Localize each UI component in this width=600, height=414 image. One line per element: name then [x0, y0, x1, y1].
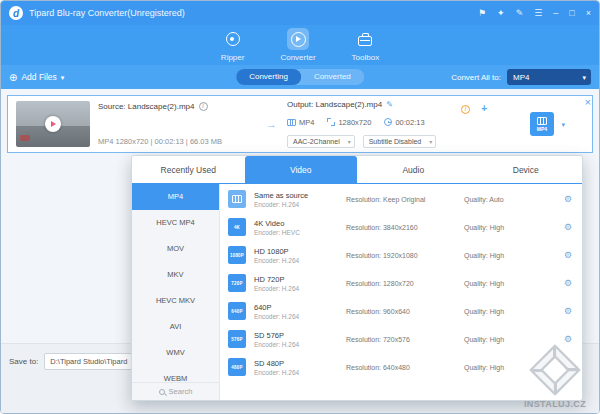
format-caret-icon[interactable]: ▾ [561, 121, 565, 128]
window-title: Tipard Blu-ray Converter(Unregistered) [29, 8, 185, 18]
format-badge-icon: 640P [228, 302, 246, 320]
tab-recently-used[interactable]: Recently Used [132, 156, 245, 183]
wand-icon[interactable]: ✦ [497, 9, 505, 18]
app-logo-icon: d [9, 6, 23, 20]
subtitle-select[interactable]: Subtitle Disabled ▾ [363, 135, 437, 148]
disc-icon [226, 32, 240, 46]
arrow-icon: → [266, 118, 277, 130]
format-option-720p[interactable]: 720P HD 720P Encoder: H.264 Resolution: … [220, 269, 582, 297]
minimize-button[interactable]: – [553, 9, 558, 18]
sub-toolbar: ⊕ Add Files ▾ Converting Converted Conve… [1, 65, 599, 89]
tab-audio[interactable]: Audio [357, 156, 470, 183]
convert-status-switch: Converting Converted [236, 69, 364, 85]
output-filename: Output: Landscape(2).mp4 [287, 100, 382, 109]
maximize-button[interactable]: □ [569, 9, 574, 18]
settings-gear-icon[interactable]: ⚙ [564, 251, 572, 260]
clock-icon [384, 118, 392, 126]
file-row[interactable]: Source: Landscape(2).mp4 i MP4 1280x720 … [7, 95, 593, 153]
format-sidebar: MP4 HEVC MP4 MOV MKV HEVC MKV AVI WMV WE… [132, 184, 220, 400]
sidebar-item-mkv[interactable]: MKV [132, 262, 219, 288]
tab-converter-label: Converter [280, 53, 315, 62]
close-button[interactable]: × [586, 9, 591, 18]
film-badge-icon [228, 190, 246, 208]
chevron-down-icon: ▾ [61, 74, 65, 81]
add-files-button[interactable]: ⊕ Add Files ▾ [9, 72, 64, 83]
toolbox-icon [358, 36, 372, 46]
audio-track-select[interactable]: AAC-2Channel ▾ [287, 135, 355, 148]
main-nav: Ripper Converter Toolbox [1, 25, 599, 65]
titlebar: d Tipard Blu-ray Converter(Unregistered)… [1, 1, 599, 25]
content-area: Source: Landscape(2).mp4 i MP4 1280x720 … [1, 89, 599, 413]
sidebar-item-avi[interactable]: AVI [132, 314, 219, 340]
output-info-icon[interactable]: i [461, 105, 470, 114]
source-meta: MP4 1280x720 | 00:02:13 | 66.03 MB [98, 137, 256, 146]
output-resolution: 1280x720 [338, 118, 371, 127]
save-to-label: Save to: [9, 357, 38, 366]
format-option-same-as-source[interactable]: Same as source Encoder: H.264 Resolution… [220, 185, 582, 213]
plus-circle-icon: ⊕ [9, 72, 17, 83]
output-format: MP4 [299, 118, 314, 127]
format-option-1080p[interactable]: 1080P HD 1080P Encoder: H.264 Resolution… [220, 241, 582, 269]
chevron-down-icon: ▾ [429, 139, 432, 145]
menu-icon[interactable]: ☰ [534, 9, 542, 18]
watermark-text: INSTALUJ.CZ [524, 399, 586, 409]
convert-all-value: MP4 [513, 73, 529, 82]
chevron-down-icon: ▾ [582, 74, 586, 81]
format-option-640p[interactable]: 640P 640P Encoder: H.264 Resolution: 960… [220, 297, 582, 325]
film-icon [537, 117, 547, 125]
app-window: d Tipard Blu-ray Converter(Unregistered)… [0, 0, 600, 414]
tab-ripper-label: Ripper [221, 53, 245, 62]
sidebar-item-wmv[interactable]: WMV [132, 340, 219, 366]
output-duration: 00:02:13 [395, 118, 424, 127]
search-box[interactable]: Search [132, 382, 219, 400]
sidebar-item-hevc-mp4[interactable]: HEVC MP4 [132, 210, 219, 236]
converting-tab[interactable]: Converting [236, 69, 301, 85]
sidebar-item-mp4[interactable]: MP4 [132, 184, 219, 210]
convert-all-label: Convert All to: [451, 73, 501, 82]
sidebar-item-mov[interactable]: MOV [132, 236, 219, 262]
feedback-pencil-icon[interactable]: ✎ [516, 9, 524, 18]
format-badge-icon: 4K [228, 218, 246, 236]
promo-flag-icon[interactable]: ⚑ [478, 9, 486, 18]
play-circle-icon [291, 32, 306, 47]
instaluj-logo [528, 343, 582, 397]
watermark: INSTALUJ.CZ [519, 343, 591, 409]
format-badge-icon: 1080P [228, 246, 246, 264]
settings-gear-icon[interactable]: ⚙ [564, 279, 572, 288]
chevron-down-icon: ▾ [348, 139, 351, 145]
tab-ripper[interactable]: Ripper [221, 28, 245, 62]
search-icon [159, 389, 165, 395]
settings-gear-icon[interactable]: ⚙ [564, 223, 572, 232]
settings-gear-icon[interactable]: ⚙ [564, 195, 572, 204]
tab-converter[interactable]: Converter [280, 28, 315, 62]
format-badge-icon: 480P [228, 358, 246, 376]
format-badge-icon: 576P [228, 330, 246, 348]
sidebar-item-hevc-mkv[interactable]: HEVC MKV [132, 288, 219, 314]
output-format-button[interactable]: MP4 [530, 112, 554, 136]
source-info-icon[interactable]: i [199, 102, 208, 111]
play-icon[interactable] [45, 116, 61, 132]
rename-pencil-icon[interactable]: ✎ [386, 100, 393, 109]
format-badge-icon: 720P [228, 274, 246, 292]
format-icon [287, 119, 296, 126]
move-icon[interactable]: + [481, 103, 487, 114]
tab-video[interactable]: Video [245, 156, 358, 183]
remove-file-icon[interactable]: × [585, 97, 591, 108]
tab-toolbox-label: Toolbox [352, 53, 380, 62]
add-files-label: Add Files [21, 72, 56, 82]
settings-gear-icon[interactable]: ⚙ [564, 307, 572, 316]
video-thumbnail[interactable] [16, 101, 90, 147]
resolution-icon [327, 118, 335, 126]
convert-all-select[interactable]: MP4 ▾ [507, 69, 591, 85]
popup-tabs: Recently Used Video Audio Device [132, 156, 582, 184]
converted-tab[interactable]: Converted [301, 69, 364, 85]
tab-toolbox[interactable]: Toolbox [352, 28, 380, 62]
format-popup: Recently Used Video Audio Device MP4 HEV… [131, 155, 583, 401]
tab-device[interactable]: Device [470, 156, 583, 183]
source-filename: Source: Landscape(2).mp4 [98, 102, 195, 111]
format-option-4k[interactable]: 4K 4K Video Encoder: HEVC Resolution: 38… [220, 213, 582, 241]
